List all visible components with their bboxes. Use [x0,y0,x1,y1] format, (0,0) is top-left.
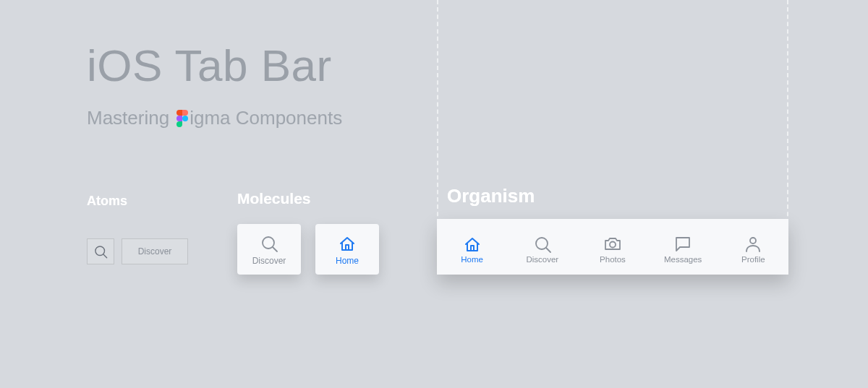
tab-profile[interactable]: Profile [720,234,786,264]
profile-icon [743,234,763,254]
home-icon [337,233,357,254]
page-title: iOS Tab Bar [87,40,332,91]
camera-icon [603,234,623,254]
subtitle-text-post: igma Components [190,107,342,129]
home-icon [462,234,482,254]
tab-label: Discover [526,255,558,264]
tab-label: Home [461,255,483,264]
tab-home[interactable]: Home [440,234,505,264]
tab-label: Photos [600,255,626,264]
atom-icon-tile[interactable] [87,238,114,264]
tab-label: Messages [664,255,702,264]
page-subtitle: Mastering igma Components [87,107,342,129]
atom-label-tile[interactable]: Discover [122,238,188,264]
search-icon [93,243,109,259]
tab-bar: Home Discover Photos Messages Profile [437,219,788,275]
molecule-discover[interactable]: Discover [237,224,301,275]
molecule-label: Home [336,256,359,266]
search-icon [259,233,279,254]
subtitle-text-pre: Mastering [87,107,169,129]
atoms-group: Discover [87,238,188,264]
atom-label-text: Discover [138,246,172,256]
tab-messages[interactable]: Messages [650,234,715,264]
tab-discover[interactable]: Discover [510,234,575,264]
figma-logo-icon: igma Components [175,107,342,129]
tab-label: Profile [741,255,765,264]
molecule-label: Discover [252,256,286,266]
search-icon [532,234,553,254]
message-icon [673,234,693,254]
tab-photos[interactable]: Photos [580,234,645,264]
molecules-group: Discover Home [237,224,379,275]
section-label-molecules: Molecules [237,190,311,207]
section-label-atoms: Atoms [87,194,127,209]
molecule-home[interactable]: Home [315,224,379,275]
